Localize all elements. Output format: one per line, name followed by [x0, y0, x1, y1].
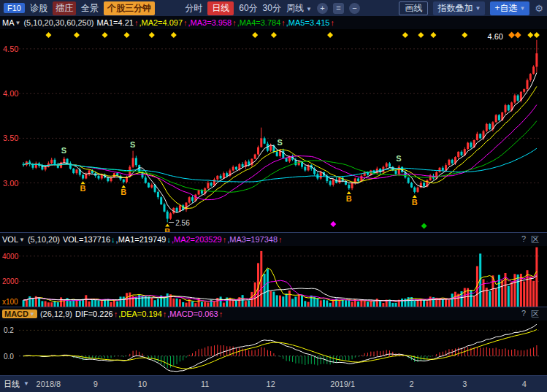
vol-indicator-selector[interactable]: VOL▼ [2, 235, 25, 244]
x-axis-label: 12 [267, 376, 275, 392]
indicator-value: ,MA5=3.415 [286, 18, 330, 27]
up-arrow-icon: ↑ [219, 310, 223, 318]
zoom-out-button[interactable]: − [349, 3, 360, 14]
main-chart-panel: MA▼ (5,10,20,30,60,250) MA1=4.21↑,MA2=4.… [0, 16, 547, 232]
up-arrow-icon: ↑ [223, 235, 227, 244]
macd-chart[interactable]: 0.20.0 [0, 320, 547, 375]
help-icon[interactable]: ? [521, 309, 526, 320]
add-watchlist-button[interactable]: +自选▼ [490, 1, 529, 15]
vol-indicator-bar: VOL▼ (5,10,20) VOL=137716↓,MA1=219749↓,M… [0, 233, 547, 246]
up-arrow-icon: ↑ [281, 18, 286, 27]
zone-icon[interactable]: 区 [531, 309, 539, 320]
help-icon[interactable]: ? [521, 234, 526, 245]
zoom-reset-button[interactable]: = [333, 3, 344, 14]
tab-weekly-label: 周线 [286, 3, 304, 13]
index-overlay-label: 指数叠加 [437, 2, 473, 15]
svg-text:B: B [412, 198, 418, 207]
x-axis-label: 9 [93, 376, 98, 392]
indicator-value: DIF=0.226 [75, 310, 113, 318]
top-toolbar: F10 诊股 擂庄 全景 个股三分钟 分时 日线 60分 30分 周线▼ + =… [0, 0, 547, 16]
indicator-name: MA [2, 18, 15, 27]
indicator-value: VOL=137716 [63, 235, 110, 244]
svg-text:B: B [121, 188, 126, 196]
down-arrow-icon: ↓ [167, 235, 171, 244]
tab-weekly[interactable]: 周线▼ [286, 2, 312, 15]
svg-text:0.2: 0.2 [4, 326, 14, 334]
chevron-down-icon: ▼ [15, 20, 21, 26]
indicator-name: VOL [2, 235, 18, 244]
indicator-value: ,DEA=0.194 [118, 310, 162, 318]
indicator-name: MACD [4, 310, 28, 318]
indicator-value: ,MA3=197348 [227, 235, 278, 244]
volume-panel: VOL▼ (5,10,20) VOL=137716↓,MA1=219749↓,M… [0, 232, 547, 307]
candlestick-chart[interactable]: 4.504.003.503.00SBBSBSBSB2.564.60 [0, 29, 547, 232]
macd-panel: MACD▼ (26,12,9) DIF=0.226↑,DEA=0.194↑,MA… [0, 307, 547, 375]
f10-button[interactable]: F10 [4, 3, 25, 13]
zone-icon[interactable]: 区 [531, 234, 539, 245]
svg-text:B: B [80, 184, 86, 193]
indicator-value: MA1=4.21 [96, 18, 133, 27]
macd-indicator-selector[interactable]: MACD▼ [2, 310, 37, 318]
svg-text:S: S [396, 154, 401, 163]
up-arrow-icon: ↑ [134, 18, 139, 27]
up-arrow-icon: ↑ [183, 18, 188, 27]
x-axis-label: 2018/8 [37, 376, 61, 392]
x-axis-label: 10 [138, 376, 147, 392]
svg-text:3.00: 3.00 [3, 179, 18, 188]
x-axis-label: 4 [522, 376, 527, 392]
x-axis-label: 2019/1 [330, 376, 355, 392]
indicator-params: (5,10,20,30,60,250) [23, 18, 93, 27]
svg-text:x100: x100 [2, 298, 18, 306]
svg-text:4.50: 4.50 [3, 45, 18, 53]
volume-chart[interactable]: 40002000x100 [0, 246, 547, 307]
diagnose-stock-button[interactable]: 诊股 [30, 2, 47, 15]
chevron-down-icon: ▼ [519, 5, 525, 12]
ma-readout-values: MA1=4.21↑,MA2=4.097↑,MA3=3.958↑,MA4=3.78… [96, 18, 334, 27]
tab-60min[interactable]: 60分 [239, 2, 257, 15]
svg-text:4.00: 4.00 [3, 89, 18, 98]
period-dropdown[interactable]: 日线▼ [4, 376, 29, 392]
x-axis-label: 3 [462, 376, 467, 392]
svg-text:B: B [346, 194, 352, 203]
x-axis-label: 2 [409, 376, 413, 392]
x-axis-label: 11 [201, 376, 209, 392]
indicator-value: ,MA1=219749 [116, 235, 167, 244]
indicator-value: ,MA3=3.958 [188, 18, 232, 27]
panel-controls: ? 区 [521, 234, 545, 245]
svg-text:3.50: 3.50 [3, 134, 18, 142]
indicator-params: (26,12,9) [40, 310, 72, 318]
settings-gear-icon[interactable]: ⚙ [535, 3, 543, 14]
up-arrow-icon: ↑ [114, 310, 118, 318]
macd-readout-values: DIF=0.226↑,DEA=0.194↑,MACD=0.063↑ [75, 310, 223, 318]
chevron-down-icon: ▼ [475, 5, 481, 12]
stock-3min-button[interactable]: 个股三分钟 [104, 1, 155, 15]
zoom-in-button[interactable]: + [317, 3, 328, 14]
svg-text:S: S [130, 140, 135, 149]
indicator-value: ,MACD=0.063 [167, 310, 218, 318]
svg-text:4.60: 4.60 [488, 32, 503, 41]
vol-readout-values: VOL=137716↓,MA1=219749↓,MA2=203529↑,MA3=… [63, 235, 283, 244]
indicator-value: ,MA2=203529 [172, 235, 222, 244]
ma-indicator-selector[interactable]: MA▼ [2, 18, 20, 27]
panorama-button[interactable]: 全景 [81, 2, 99, 15]
add-watchlist-label: +自选 [494, 2, 517, 15]
indicator-value: ,MA2=4.097 [139, 18, 183, 27]
chevron-down-icon: ▼ [306, 6, 312, 12]
x-axis-bar: 日线▼ 2018/891011122019/1234 [0, 375, 547, 392]
chevron-down-icon: ▼ [19, 237, 25, 243]
down-arrow-icon: ↓ [111, 235, 115, 244]
tab-timeshare[interactable]: 分时 [185, 2, 202, 15]
svg-text:B: B [164, 227, 170, 233]
leizhuang-button[interactable]: 擂庄 [53, 1, 76, 15]
draw-line-button[interactable]: 画线 [399, 1, 428, 15]
chevron-down-icon: ▼ [23, 376, 29, 392]
svg-text:2.56: 2.56 [175, 219, 190, 227]
up-arrow-icon: ↑ [278, 235, 283, 244]
chevron-down-icon: ▼ [29, 311, 35, 318]
period-label: 日线 [4, 376, 20, 392]
svg-text:0.0: 0.0 [4, 353, 14, 361]
index-overlay-button[interactable]: 指数叠加▼ [433, 1, 485, 15]
macd-indicator-bar: MACD▼ (26,12,9) DIF=0.226↑,DEA=0.194↑,MA… [0, 307, 547, 320]
tab-30min[interactable]: 30分 [263, 2, 281, 15]
tab-daily[interactable]: 日线 [207, 1, 234, 15]
